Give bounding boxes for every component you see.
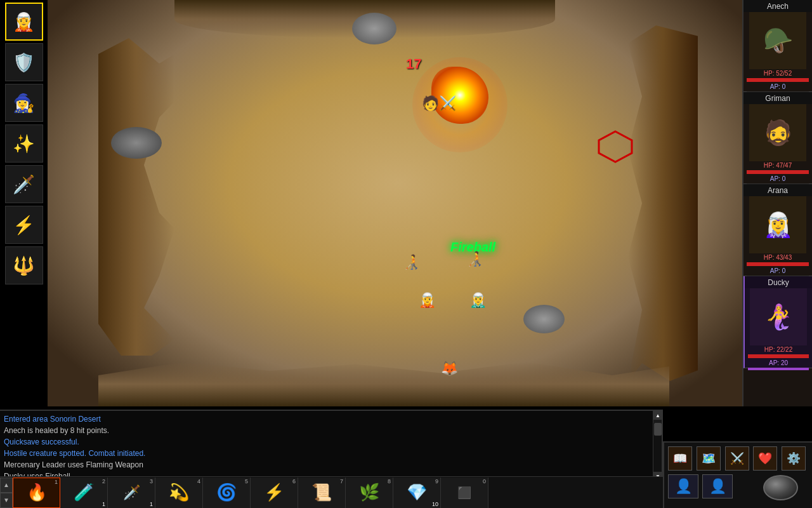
action-slot-5[interactable]: 5 🌀 [203,478,251,508]
char-sprite-2: 🧙‍♀️ [13,93,35,114]
char-portrait-ducky: 🧜‍♀️ [750,288,807,345]
left-portrait-1[interactable]: 🛡️ [5,43,43,81]
map-icon[interactable]: 🗺️ [697,446,721,471]
magic-orb [763,475,798,500]
slot-icon-0: ⬛ [457,486,471,500]
char-hp-griman: HP: 47/47 [743,161,812,170]
char-hp-arana: HP: 43/43 [743,253,812,262]
spellbook-icon[interactable]: 📖 [668,446,692,471]
map-sprite-warrior1: 🧑‍⚔️ [422,95,456,112]
char-portrait-anech: 🪖 [749,12,806,69]
slot-icon-6: ⚡ [264,483,284,502]
svg-marker-0 [599,131,632,162]
slot-number-8: 8 [388,478,391,485]
char-card-arana[interactable]: Arana 🧝‍♀️ HP: 43/43 AP: 0 [743,184,812,276]
slot-icon-5: 🌀 [216,483,237,502]
log-entry-3: Hostile creature spotted. Combat initiat… [4,448,658,459]
hex-cursor[interactable] [596,130,634,163]
left-portrait-0[interactable]: 🧝 [5,3,43,41]
orb-area [755,473,806,502]
slot-number-3: 3 [150,478,153,485]
left-portrait-6[interactable]: 🔱 [5,246,43,284]
hp-bar-arana [747,262,809,266]
skills-icon[interactable]: ⚔️ [725,446,749,471]
slot-icon-7: 📜 [311,483,332,502]
char-portrait-griman: 🧔 [749,104,806,161]
char-ap-arana: AP: 0 [743,267,812,275]
game-map[interactable]: 17 Fireball 🧑‍⚔️ 🧑‍🦯 🧑‍🦯 🧝 🧝‍♂️ 🦊 [48,0,749,406]
character-select-1[interactable]: 👤 [668,474,698,498]
game-viewport[interactable]: 17 Fireball 🧑‍⚔️ 🧑‍🦯 🧑‍🦯 🧝 🧝‍♂️ 🦊 [48,0,749,406]
slot-icon-potion: 🧪 [74,483,94,502]
scrollbar-track [653,423,662,472]
char-card-anech[interactable]: Anech 🪖 HP: 52/52 AP: 0 [743,0,812,92]
action-nav-down[interactable]: ▼ [0,493,13,508]
log-entry-1: Anech is healed by 8 hit points. [4,425,658,436]
action-nav-up[interactable]: ▲ [0,478,13,493]
health-icon[interactable]: ❤️ [753,446,777,471]
slot-icon-8: 🌿 [359,483,379,502]
map-sprite-player1: 🧝 [419,292,436,309]
hp-bar-anech [747,78,809,82]
char-card-griman[interactable]: Griman 🧔 HP: 47/47 AP: 0 [743,92,812,184]
action-slot-2[interactable]: 2 🧪 1 [60,478,108,508]
char-sprite-4: 🗡️ [13,174,35,195]
char-sprite-1: 🛡️ [13,52,35,73]
action-slot-7[interactable]: 7 📜 [298,478,346,508]
map-sprite-enemy1: 🧑‍🦯 [403,254,420,271]
action-slot-3[interactable]: 3 🗡️ 1 [108,478,155,508]
left-character-panel: 🧝 🛡️ 🧙‍♀️ ✨ 🗡️ ⚡ 🔱 [0,0,48,406]
damage-number: 17 [406,56,421,72]
char-hp-anech: HP: 52/52 [743,69,812,77]
char-sprite-3: ✨ [13,133,35,154]
slot-icon-9: 💎 [407,483,427,502]
action-slot-6[interactable]: 6 ⚡ [251,478,298,508]
map-sprite-player2: 🧝‍♂️ [469,292,487,309]
scroll-down-button[interactable]: ▼ [653,472,662,476]
action-slot-8[interactable]: 8 🌿 [346,478,393,508]
char-name-griman: Griman [743,92,812,104]
slot-icon-fireball: 🔥 [27,483,47,502]
char-card-ducky[interactable]: Ducky 🧜‍♀️ HP: 22/22 AP: 20 [743,276,812,368]
character-select-2[interactable]: 👤 [702,474,733,498]
char-name-ducky: Ducky [745,276,812,288]
char-name-anech: Anech [743,0,812,12]
action-slot-0[interactable]: 0 ⬛ [441,478,488,508]
bottom-right-panel: 📖 🗺️ ⚔️ ❤️ ⚙️ 👤 👤 [663,441,812,508]
slot-icon-4: 💫 [169,483,189,502]
scrollbar-thumb[interactable] [654,423,662,436]
log-entry-5: Ducky uses Fireball [4,471,658,476]
log-content: Entered area Sonorin Desert Anech is hea… [0,411,662,476]
hp-bar-griman [747,170,809,174]
left-portrait-4[interactable]: 🗡️ [5,165,43,203]
slot-number-9: 9 [435,478,438,485]
char-ap-griman: AP: 0 [743,175,812,183]
log-scrollbar[interactable]: ▲ ▼ [653,411,662,476]
slot-number-0: 0 [483,478,486,485]
rock-top-center [352,13,396,44]
log-entry-4: Mercenary Leader uses Flaming Weapon [4,459,658,471]
rock-left [111,127,162,159]
settings-icon[interactable]: ⚙️ [782,446,806,471]
right-character-panel: Anech 🪖 HP: 52/52 AP: 0 Griman 🧔 HP: 47/… [742,0,812,406]
slot-number-5: 5 [245,478,248,485]
action-slot-9[interactable]: 9 💎 10 [393,478,441,508]
left-portrait-5[interactable]: ⚡ [5,206,43,244]
icon-grid: 📖 🗺️ ⚔️ ❤️ ⚙️ [664,443,812,474]
action-slot-1[interactable]: 1 🔥 [13,478,60,508]
ap-bar-ducky [748,368,809,370]
left-portrait-3[interactable]: ✨ [5,124,43,163]
char-hp-ducky: HP: 22/22 [745,345,812,354]
slot-number-1: 1 [55,479,58,485]
slot-number-2: 2 [102,478,105,485]
slot-number-4: 4 [197,478,200,485]
action-slot-4[interactable]: 4 💫 [155,478,203,508]
slot-number-6: 6 [292,478,296,485]
scroll-up-button[interactable]: ▲ [653,411,662,420]
log-panel: Entered area Sonorin Desert Anech is hea… [0,410,663,476]
left-portrait-2[interactable]: 🧙‍♀️ [5,84,43,122]
char-portrait-arana: 🧝‍♀️ [749,196,806,253]
slot-count-3: 1 [150,501,153,507]
slot-count-9: 10 [432,501,438,507]
char-ap-anech: AP: 0 [743,83,812,91]
